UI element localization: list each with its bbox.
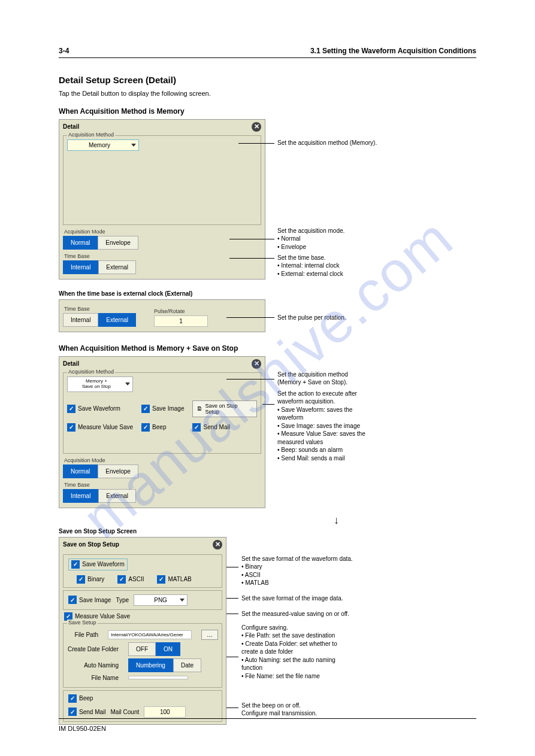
btn-external-2[interactable]: External [98,313,136,327]
annot-image-format: Set the save format of the image data. [241,594,343,603]
section-title: Detail Setup Screen (Detail) [59,75,476,85]
annot-save-setup: Configure saving. • File Path: set the s… [241,624,337,681]
page-footer: IM DL950-02EN [59,725,476,732]
header-left: 3.1 Setting the Waveform Acquisition Con… [310,47,476,55]
btn-internal-3[interactable]: Internal [63,489,98,503]
group-beep-mail: Beep Send Mail Mail Count 100 [63,690,222,722]
file-path-label: File Path [67,631,98,638]
panel1-title: Detail [63,123,79,130]
btn-external-3[interactable]: External [98,489,136,503]
auto-naming-label: Auto Naming [67,662,119,669]
chevron-down-icon-2 [125,382,130,385]
panel3-title: Save on Stop Setup [63,541,119,548]
label-time-base-2: Time Base [64,482,265,488]
arrow-down-icon: ↓ [197,514,476,527]
group-save-waveform: Save Waveform Binary ASCII MATLAB [63,554,222,588]
legend-acq-method-2: Acquisition Method [67,369,115,375]
annot-actions: Set the action to execute after waveform… [277,390,365,463]
annot-acq-mode: Set the acquisition mode. • Normal • Env… [277,227,344,251]
save-stop-title: Save on Stop Setup Screen [59,528,476,535]
btn-numbering[interactable]: Numbering [128,658,173,672]
subtitle-memory: When Acquisition Method is Memory [59,107,476,116]
file-name-input[interactable] [128,676,188,679]
chk-matlab[interactable]: MATLAB [157,575,191,584]
close-icon[interactable]: ✕ [252,122,261,132]
btn-envelope-2[interactable]: Envelope [98,464,138,478]
chk-binary[interactable]: Binary [77,575,104,584]
annot-acq-method: Set the acquisition method (Memory). [277,139,377,147]
create-date-label: Create Date Folder [67,646,119,652]
label-acq-mode: Acquisition Mode [64,229,265,235]
chk-save-waveform-2[interactable]: Save Waveform [68,558,128,570]
chk-measure-save[interactable]: Measure Value Save [67,423,133,432]
save-on-stop-panel: Save on Stop Setup ✕ Save Waveform Binar… [59,537,226,725]
annot-beep-mail: Set the beep on or off. Configure mail t… [241,702,317,718]
footer-rule [59,718,476,719]
ext-clock-title: When the time base is external clock (Ex… [59,290,476,297]
chevron-down-icon [131,144,136,147]
file-name-label: File Name [67,675,119,681]
chk-send-mail-2[interactable]: Send Mail [68,708,105,716]
panel2-title: Detail [63,360,79,367]
pulse-input[interactable]: 1 [154,315,208,327]
btn-normal[interactable]: Normal [63,236,98,250]
btn-date[interactable]: Date [173,658,201,672]
annot-wave-format: Set the save format of the waveform data… [241,555,353,587]
btn-internal-2[interactable]: Internal [63,313,98,327]
annot-measure-save: Set the measured-value saving on or off. [241,610,349,618]
chk-beep-2[interactable]: Beep [68,694,217,703]
close-icon-2[interactable]: ✕ [252,359,261,369]
mail-count-input[interactable]: 100 [144,706,186,718]
chk-ascii[interactable]: ASCII [117,575,144,584]
acq-method-select[interactable]: Memory [67,139,139,151]
chk-save-image[interactable]: Save Image [141,405,184,413]
legend-acq-method: Acquisition Method [67,132,115,138]
btn-normal-2[interactable]: Normal [63,464,98,478]
label-acq-mode-2: Acquisition Mode [64,457,265,463]
chk-save-image-2[interactable]: Save Image [68,596,111,604]
chk-beep[interactable]: Beep [141,423,184,432]
file-path-browse-btn[interactable]: … [201,630,218,640]
header-rule [59,57,476,58]
chk-send-mail[interactable]: Send Mail [192,423,257,432]
chk-save-waveform[interactable]: Save Waveform [67,405,133,413]
save-on-stop-setup-btn[interactable]: 🗎Save on Stop Setup [192,400,257,417]
btn-date-off[interactable]: OFF [128,642,156,656]
panel1-wrap: Detail ✕ Acquisition Method Memory Acqui… [59,119,476,280]
label-pulse: Pulse/Rotate [154,308,208,314]
page-header: 3-4 3.1 Setting the Waveform Acquisition… [59,47,476,55]
annot-acq-method-2: Set the acquisition method (Memory + Sav… [277,371,348,387]
detail-panel-1: Detail ✕ Acquisition Method Memory Acqui… [59,119,265,280]
label-timebase-ext: Time Base [64,306,136,312]
btn-external[interactable]: External [98,260,136,274]
btn-envelope[interactable]: Envelope [98,236,138,250]
annot-time-base: Set the time base. • Internal: internal … [277,254,343,278]
file-path-value: Internal/YOKOGAWA/Aries/Gener [108,630,192,639]
ext-clock-panel: Time Base Internal External Pulse/Rotate… [59,299,265,332]
intro-text: Tap the Detail button to display the fol… [59,89,476,99]
image-type-select[interactable]: PNG [134,594,188,606]
acq-method-select-2[interactable]: Memory + Save on Stop [67,377,133,392]
annot-pulse: Set the pulse per rotation. [277,314,346,322]
btn-internal[interactable]: Internal [63,260,98,274]
subtitle-save-on-stop: When Acquisition Method is Memory + Save… [59,344,476,353]
footer-left: IM DL950-02EN [59,725,106,732]
legend-save-setup: Save Setup [67,620,98,626]
type-label: Type [116,597,129,603]
group-save-image: Save Image Type PNG [63,590,222,610]
mail-count-label: Mail Count [110,709,139,715]
header-right: 3-4 [59,47,69,55]
btn-date-on[interactable]: ON [156,642,180,656]
close-icon-3[interactable]: ✕ [213,540,222,549]
